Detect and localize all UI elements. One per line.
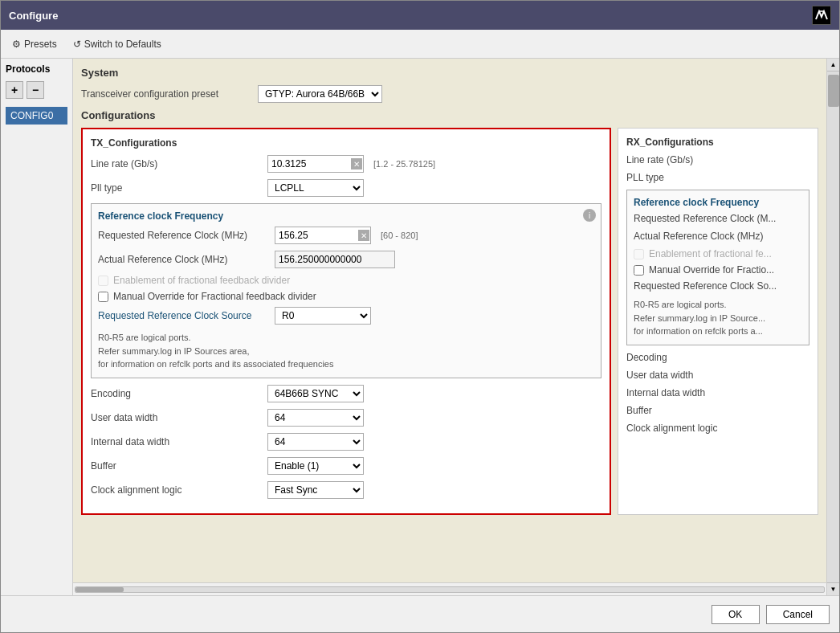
presets-button[interactable]: ⚙ Presets: [9, 37, 60, 51]
title-bar: Configure: [1, 1, 839, 30]
cancel-button[interactable]: Cancel: [766, 605, 830, 624]
tx-manual-override-checkbox[interactable]: [98, 292, 108, 302]
window-title: Configure: [9, 10, 58, 22]
tx-line-rate-range: [1.2 - 25.78125]: [373, 159, 435, 169]
tx-buffer-row: Buffer Enable (1) Disable: [91, 457, 601, 475]
tx-line-rate-row: Line rate (Gb/s) ✕ [1.2 - 25.78125]: [91, 155, 601, 173]
rx-clock-note: R0-R5 are logical ports. Refer summary.l…: [634, 298, 802, 338]
h-scroll-thumb[interactable]: [75, 587, 124, 592]
sidebar: Protocols + − CONFIG0: [1, 59, 73, 595]
tx-actual-ref-row: Actual Reference Clock (MHz): [98, 251, 594, 268]
rx-clock-source-label: Requested Reference Clock So...: [634, 280, 802, 292]
rx-manual-override-label: Manual Override for Fractio...: [649, 264, 774, 276]
sidebar-controls: + −: [6, 81, 67, 99]
ok-button[interactable]: OK: [712, 605, 760, 624]
rx-user-data-width-row: User data width: [626, 370, 809, 381]
rx-pll-type-row: PLL type: [626, 172, 809, 183]
rx-manual-override-row: Manual Override for Fractio...: [634, 264, 802, 276]
tx-encoding-select[interactable]: 64B66B SYNC 8B10B RAW: [267, 385, 364, 402]
bottom-bar: OK Cancel: [1, 595, 839, 632]
tx-ref-clock-section: Reference clock Frequency i Requested Re…: [91, 203, 601, 378]
tx-pll-type-control: LCPLL RPLL: [267, 179, 364, 197]
v-scroll-track: [827, 71, 840, 582]
tx-actual-ref-label: Actual Reference Clock (MHz): [98, 254, 275, 265]
add-config-button[interactable]: +: [6, 81, 23, 99]
tx-line-rate-control: ✕ [1.2 - 25.78125]: [267, 155, 435, 173]
tx-pll-type-label: Pll type: [91, 182, 267, 194]
rx-fractional-row: Enablement of fractional fe...: [634, 248, 802, 259]
remove-config-button[interactable]: −: [27, 81, 44, 99]
rx-title: RX_Configurations: [626, 137, 809, 148]
tx-ref-clock-info-icon[interactable]: i: [583, 209, 596, 222]
tx-pll-type-row: Pll type LCPLL RPLL: [91, 179, 601, 197]
tx-requested-ref-control: ✕ [60 - 820]: [275, 227, 418, 244]
transceiver-row: Transceiver configuration preset GTYP: A…: [81, 85, 818, 103]
rx-line-rate-label: Line rate (Gb/s): [626, 154, 803, 165]
tx-requested-ref-row: Requested Reference Clock (MHz) ✕ [60 - …: [98, 227, 594, 244]
transceiver-select[interactable]: GTYP: Aurora 64B/66B: [258, 85, 382, 103]
tx-requested-ref-label: Requested Reference Clock (MHz): [98, 230, 275, 241]
rx-decoding-row: Decoding: [626, 352, 809, 363]
v-scroll-down-btn[interactable]: ▼: [827, 582, 840, 595]
presets-label: Presets: [24, 39, 57, 50]
rx-manual-override-checkbox[interactable]: [634, 265, 644, 276]
rx-actual-ref-label: Actual Reference Clock (MHz): [634, 231, 802, 242]
tx-clock-alignment-select[interactable]: Fast Sync Disable: [267, 481, 364, 499]
rx-actual-ref-row: Actual Reference Clock (MHz): [634, 231, 802, 242]
sidebar-item-config0[interactable]: CONFIG0: [6, 107, 67, 125]
rx-clock-source-row: Requested Reference Clock So...: [634, 280, 802, 292]
tx-fractional-checkbox[interactable]: [98, 276, 108, 286]
rx-ref-clock-section: Reference clock Frequency Requested Refe…: [626, 190, 809, 345]
tx-requested-ref-input[interactable]: [275, 227, 371, 244]
tx-clock-source-control: R0 R1 R2: [275, 307, 371, 325]
tx-fractional-row: Enablement of fractional feedback divide…: [98, 275, 594, 286]
tx-user-data-width-select[interactable]: 64 32: [267, 409, 364, 427]
toolbar: ⚙ Presets ↺ Switch to Defaults: [1, 30, 839, 59]
tx-actual-ref-input: [275, 251, 395, 268]
main-area: Protocols + − CONFIG0 System Transceiver…: [1, 59, 839, 595]
transceiver-label: Transceiver configuration preset: [81, 88, 258, 100]
tx-buffer-select[interactable]: Enable (1) Disable: [267, 457, 364, 475]
tx-rx-container: TX_Configurations Line rate (Gb/s) ✕: [81, 128, 818, 515]
rx-clock-alignment-label: Clock alignment logic: [626, 423, 803, 434]
amd-logo-icon: [813, 7, 830, 23]
horizontal-scrollbar: [73, 582, 826, 595]
transceiver-control: GTYP: Aurora 64B/66B: [258, 85, 382, 103]
configure-window: Configure ⚙ Presets ↺ Switch to Defaults…: [0, 0, 840, 633]
tx-internal-data-width-control: 64 32: [267, 433, 364, 451]
rx-pll-type-label: PLL type: [626, 172, 803, 183]
tx-requested-ref-range: [60 - 820]: [381, 231, 418, 240]
tx-buffer-control: Enable (1) Disable: [267, 457, 364, 475]
tx-clock-source-label: Requested Reference Clock Source: [98, 310, 275, 321]
tx-manual-override-row: Manual Override for Fractional feedback …: [98, 291, 594, 302]
tx-user-data-width-row: User data width 64 32: [91, 409, 601, 427]
rx-fractional-checkbox[interactable]: [634, 249, 644, 259]
tx-clock-source-select[interactable]: R0 R1 R2: [275, 307, 371, 325]
sidebar-title: Protocols: [6, 63, 67, 75]
h-scroll-track: [75, 586, 825, 593]
v-scroll-thumb[interactable]: [828, 75, 839, 107]
main-content: System Transceiver configuration preset …: [73, 59, 826, 582]
rx-requested-ref-label: Requested Reference Clock (M...: [634, 213, 802, 224]
tx-title: TX_Configurations: [91, 137, 601, 149]
tx-manual-override-label: Manual Override for Fractional feedback …: [113, 291, 316, 302]
tx-line-rate-input[interactable]: [267, 155, 364, 173]
rx-user-data-width-label: User data width: [626, 370, 803, 381]
tx-line-rate-clear-btn[interactable]: ✕: [351, 158, 362, 169]
tx-clock-source-row: Requested Reference Clock Source R0 R1 R…: [98, 307, 594, 325]
tx-user-data-width-label: User data width: [91, 412, 267, 423]
rx-ref-clock-title: Reference clock Frequency: [634, 197, 802, 208]
tx-internal-data-width-label: Internal data width: [91, 436, 267, 447]
gear-icon: ⚙: [12, 39, 21, 50]
tx-requested-ref-clear-btn[interactable]: ✕: [358, 230, 369, 241]
rx-fractional-label: Enablement of fractional fe...: [649, 248, 772, 259]
v-scroll-up-btn[interactable]: ▲: [827, 59, 840, 71]
system-section-title: System: [81, 67, 818, 79]
tx-line-rate-label: Line rate (Gb/s): [91, 158, 267, 169]
tx-pll-type-select[interactable]: LCPLL RPLL: [267, 179, 364, 197]
rx-clock-alignment-row: Clock alignment logic: [626, 423, 809, 434]
tx-internal-data-width-select[interactable]: 64 32: [267, 433, 364, 451]
switch-defaults-label: Switch to Defaults: [84, 39, 161, 50]
content-wrapper: System Transceiver configuration preset …: [73, 59, 839, 595]
switch-defaults-button[interactable]: ↺ Switch to Defaults: [70, 37, 165, 51]
